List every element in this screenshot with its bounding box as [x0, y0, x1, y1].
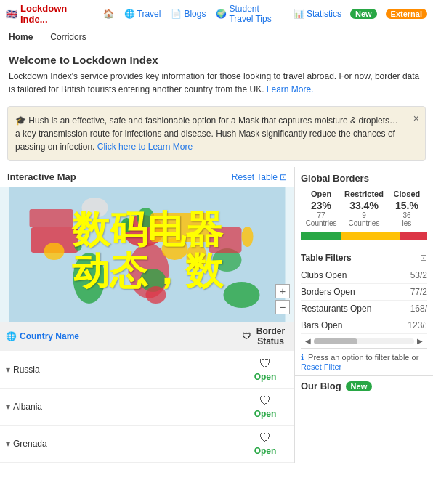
svg-point-13 — [224, 282, 260, 308]
home-icon: 🏠 — [103, 9, 114, 19]
filter-row[interactable]: Borders Open 77/2 — [301, 284, 427, 301]
learn-more-link[interactable]: Learn More. — [267, 84, 314, 94]
bar-open — [301, 232, 341, 240]
student-icon: 🌍 — [216, 9, 227, 19]
reset-icon: ⊡ — [280, 172, 287, 182]
global-borders-section: Global Borders Open 23% 77 Countries Res… — [295, 167, 433, 248]
nav-blogs[interactable]: 📄 Blogs — [171, 9, 206, 19]
svg-point-19 — [146, 286, 166, 304]
table-filters-section: Table Filters ⊡ Clubs Open 53/2 Borders … — [295, 248, 433, 376]
subnav-corridors[interactable]: Corridors — [47, 31, 89, 44]
svg-rect-6 — [30, 209, 73, 227]
status-value: Open — [254, 446, 277, 456]
blog-title: Our Blog New — [301, 381, 427, 391]
open-count: 77 — [301, 211, 341, 219]
zoom-out-button[interactable]: − — [275, 300, 290, 314]
travel-icon: 🌐 — [124, 9, 135, 19]
filter-count: 123/: — [408, 320, 427, 330]
filters-title: Table Filters — [301, 253, 352, 263]
expand-icon[interactable]: ⊡ — [420, 253, 427, 263]
svg-point-7 — [73, 253, 105, 304]
scroll-thumb[interactable] — [314, 338, 357, 344]
country-name: Grenada — [13, 439, 47, 449]
nav-links: 🏠 🌐 Travel 📄 Blogs 🌍 Student Travel Tips… — [103, 4, 341, 24]
country-cell: ▾ Russia — [0, 359, 236, 381]
bar-restricted — [341, 232, 400, 240]
svg-point-10 — [187, 243, 207, 269]
map-header: Interactive Map Reset Table ⊡ — [0, 167, 294, 187]
new-badge[interactable]: New — [350, 9, 377, 19]
external-badge[interactable]: External — [386, 9, 427, 19]
restricted-label: Restricted — [343, 188, 385, 200]
bar-closed — [400, 232, 427, 240]
left-panel: Interactive Map Reset Table ⊡ — [0, 167, 295, 463]
globe-icon: 🌐 — [6, 331, 17, 341]
filter-row[interactable]: Clubs Open 53/2 — [301, 267, 427, 284]
table-row[interactable]: ▾ Albania 🛡 Open — [0, 389, 294, 426]
close-icon[interactable]: × — [413, 111, 419, 126]
welcome-title: Welcome to Lockdown Index — [9, 54, 424, 66]
open-column: Open 23% 77 Countries — [301, 188, 341, 227]
welcome-text: Lockdown Index's service provides key in… — [9, 70, 424, 96]
world-map-svg — [0, 187, 294, 322]
scroll-left-icon[interactable]: ◀ — [305, 337, 311, 345]
svg-rect-4 — [151, 213, 209, 242]
subnav-home[interactable]: Home — [6, 31, 36, 44]
notice-icon: 🎓 — [15, 115, 26, 126]
filter-count: 168/ — [410, 304, 427, 314]
svg-point-15 — [82, 198, 108, 218]
svg-point-14 — [242, 227, 254, 247]
border-bar-chart — [301, 232, 427, 240]
global-borders-title: Global Borders — [301, 173, 427, 184]
country-cell: ▾ Albania — [0, 396, 236, 418]
filter-count: 53/2 — [410, 270, 427, 280]
closed-countries: ies — [387, 219, 427, 227]
nav-home[interactable]: 🏠 — [103, 9, 114, 19]
filter-label: Bars Open — [301, 320, 342, 330]
country-cell: ▾ Grenada — [0, 433, 236, 455]
closed-pct: 15.% — [387, 200, 427, 211]
scroll-right-icon[interactable]: ▶ — [417, 337, 423, 345]
filter-label: Borders Open — [301, 287, 355, 297]
filter-row[interactable]: Bars Open 123/: — [301, 317, 427, 334]
nav-stats[interactable]: 📊 Statistics — [294, 9, 341, 19]
filter-label: Clubs Open — [301, 270, 347, 280]
status-cell: 🛡 Open — [236, 426, 294, 462]
table-row[interactable]: ▾ Russia 🛡 Open — [0, 351, 294, 389]
reset-filter-link[interactable]: Reset Filter — [301, 362, 341, 371]
notice-link[interactable]: Click here to Learn More — [97, 142, 193, 152]
scrollbar[interactable]: ◀ ▶ — [301, 334, 427, 349]
welcome-section: Welcome to Lockdown Index Lockdown Index… — [0, 46, 433, 100]
restricted-pct: 33.4% — [343, 200, 385, 211]
country-column-header[interactable]: 🌐 Country Name — [0, 327, 236, 346]
blog-title-text: Our Blog — [301, 381, 341, 391]
filter-label: Restaurants Open — [301, 304, 371, 314]
closed-count: 36 — [387, 211, 427, 219]
nav-travel[interactable]: 🌐 Travel — [124, 9, 161, 19]
nav-student[interactable]: 🌍 Student Travel Tips — [216, 4, 283, 24]
stats-label: Statistics — [307, 9, 341, 19]
welcome-body: Lockdown Index's service provides key in… — [9, 71, 419, 94]
border-status-icon: 🛡 — [259, 394, 271, 407]
zoom-in-button[interactable]: + — [275, 284, 290, 298]
main-content: Interactive Map Reset Table ⊡ — [0, 167, 433, 463]
reset-table-button[interactable]: Reset Table ⊡ — [232, 172, 287, 182]
svg-point-16 — [75, 243, 82, 251]
status-header-label: Border Status — [253, 326, 288, 346]
status-value: Open — [254, 409, 277, 419]
table-header-row: 🌐 Country Name 🛡 Border Status — [0, 322, 294, 351]
sub-navigation: Home Corridors — [0, 28, 433, 46]
stats-icon: 📊 — [294, 9, 304, 19]
restricted-column: Restricted 33.4% 9 Countries — [343, 188, 385, 227]
chevron-down-icon: ▾ — [6, 402, 10, 412]
scroll-track — [314, 338, 414, 344]
map-title: Interactive Map — [7, 171, 76, 182]
table-row[interactable]: ▾ Grenada 🛡 Open — [0, 426, 294, 463]
filter-row[interactable]: Restaurants Open 168/ — [301, 301, 427, 317]
country-name: Russia — [13, 365, 40, 375]
svg-point-17 — [44, 243, 65, 260]
chevron-down-icon: ▾ — [6, 439, 10, 449]
country-header-label: Country Name — [20, 331, 79, 341]
open-countries: Countries — [301, 219, 341, 227]
logo[interactable]: 🇬🇧 Lockdown Inde... — [6, 3, 90, 25]
